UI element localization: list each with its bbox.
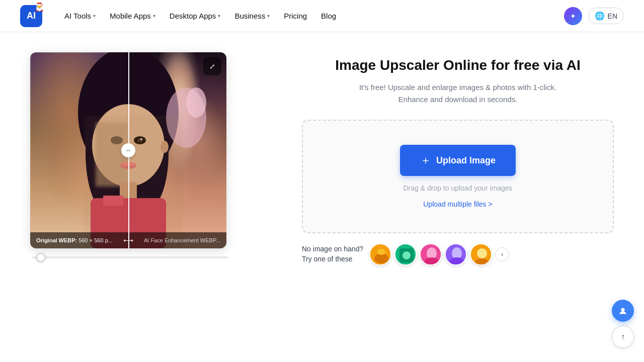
- plus-icon: ＋: [420, 153, 431, 168]
- svg-point-30: [450, 257, 464, 265]
- chat-button[interactable]: [612, 300, 634, 322]
- image-enhanced-label: AI Face Enhancement WEBP...: [144, 237, 220, 243]
- sample-next-button[interactable]: ›: [495, 247, 509, 261]
- logo[interactable]: AI 🎅: [20, 5, 42, 27]
- before-after-image: ↔ ⤢ Original WEBP: 560 × 560 p... ⟷ AI F…: [30, 52, 226, 248]
- slider-thumb: [36, 253, 45, 262]
- language-selector[interactable]: 🌐 EN: [588, 8, 624, 24]
- left-panel: ↔ ⤢ Original WEBP: 560 × 560 p... ⟷ AI F…: [30, 52, 272, 362]
- image-after: [128, 52, 226, 248]
- nav-item-desktop-apps[interactable]: Desktop Apps ▾: [164, 8, 227, 24]
- scroll-top-button[interactable]: ↑: [612, 326, 634, 348]
- globe-icon: 🌐: [595, 11, 605, 21]
- nav-item-ai-tools[interactable]: AI Tools ▾: [58, 8, 102, 24]
- nav-right: 🌐 EN: [564, 7, 624, 25]
- sample-image-1[interactable]: [369, 243, 391, 265]
- hero-title: Image Upscaler Online for free via AI: [302, 57, 614, 73]
- upload-hint: Drag & drop to upload your images: [403, 184, 512, 192]
- upload-button[interactable]: ＋ Upload Image: [400, 145, 516, 176]
- upload-dropzone[interactable]: ＋ Upload Image Drag & drop to upload you…: [302, 120, 614, 233]
- nav-items: AI Tools ▾ Mobile Apps ▾ Desktop Apps ▾ …: [58, 8, 564, 24]
- svg-point-27: [425, 257, 439, 265]
- try-button[interactable]: [564, 7, 582, 25]
- chevron-down-icon: ▾: [153, 13, 155, 19]
- try-samples-label: No image on hand? Try one of these: [302, 244, 363, 264]
- image-before: [30, 52, 128, 248]
- image-original-label: Original WEBP: 560 × 560 p...: [36, 237, 113, 243]
- before-after-slider[interactable]: [32, 256, 228, 258]
- logo-icon: AI 🎅: [20, 5, 42, 27]
- nav-item-pricing[interactable]: Pricing: [278, 8, 313, 24]
- sample-image-5[interactable]: [470, 243, 492, 265]
- hero-subtitle: It's free! Upscale and enlarge images & …: [302, 81, 614, 106]
- chat-icon: [617, 305, 628, 316]
- right-panel: Image Upscaler Online for free via AI It…: [302, 52, 614, 362]
- sample-image-4[interactable]: [445, 243, 467, 265]
- sample-images-list: ›: [369, 243, 509, 265]
- sample-image-3[interactable]: [420, 243, 442, 265]
- try-samples-section: No image on hand? Try one of these: [302, 243, 614, 265]
- main-content: ↔ ⤢ Original WEBP: 560 × 560 p... ⟷ AI F…: [0, 32, 644, 362]
- svg-point-24: [403, 251, 411, 259]
- sample-image-2[interactable]: [394, 243, 417, 265]
- nav-item-blog[interactable]: Blog: [315, 8, 342, 24]
- logo-text: AI: [27, 11, 36, 21]
- image-after-inner: [128, 52, 226, 248]
- nav-item-business[interactable]: Business ▾: [228, 8, 276, 24]
- navbar: AI 🎅 AI Tools ▾ Mobile Apps ▾ Desktop Ap…: [0, 0, 644, 32]
- face-overlay: [128, 52, 226, 248]
- chevron-down-icon: ▾: [218, 13, 220, 19]
- divider-arrows: ↔: [121, 143, 135, 157]
- svg-point-21: [377, 249, 385, 255]
- chevron-down-icon: ▾: [93, 13, 96, 19]
- svg-point-45: [621, 308, 624, 312]
- svg-point-32: [477, 248, 487, 258]
- slider-container: [30, 256, 272, 258]
- upload-multiple-link[interactable]: Upload multiple files >: [423, 200, 492, 208]
- chevron-down-icon: ▾: [267, 13, 270, 19]
- expand-button[interactable]: ⤢: [203, 57, 221, 75]
- logo-hat-icon: 🎅: [34, 2, 44, 12]
- image-before-inner: [30, 52, 128, 248]
- nav-item-mobile-apps[interactable]: Mobile Apps ▾: [104, 8, 162, 24]
